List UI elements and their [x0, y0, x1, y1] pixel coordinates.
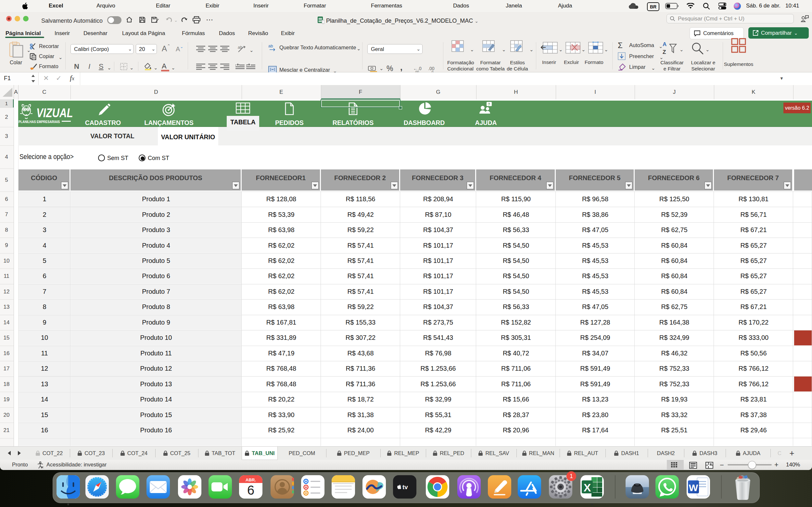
svg-text:?: ? [488, 102, 490, 106]
svg-text:ABR.: ABR. [246, 477, 256, 482]
svg-text:6: 6 [247, 483, 254, 497]
svg-text:Z: Z [663, 49, 666, 55]
svg-text:ab: ab [268, 44, 273, 48]
svg-text:ab: ab [238, 45, 242, 50]
svg-text:A: A [663, 41, 666, 47]
svg-text:W: W [689, 482, 698, 493]
svg-text:X: X [583, 482, 591, 494]
svg-text:tv: tv [402, 484, 408, 491]
